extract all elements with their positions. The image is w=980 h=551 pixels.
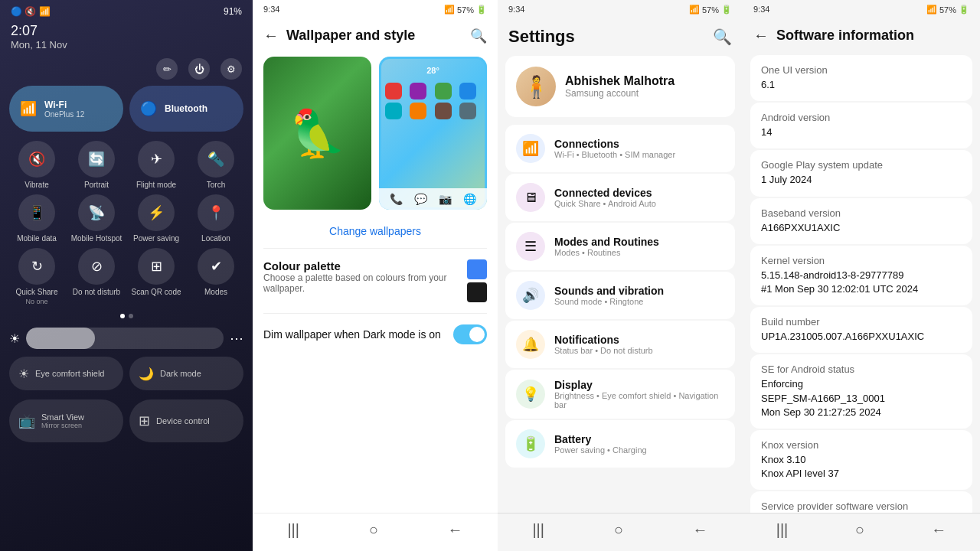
settings-title: Settings: [508, 27, 575, 47]
settings-profile-name: Abhishek Malhotra: [565, 74, 675, 88]
wifi-sub: OnePlus 12: [44, 110, 84, 119]
software-info-panel: 9:34 📶57%🔋 ← Software information One UI…: [743, 0, 980, 551]
wp-search-button[interactable]: 🔍: [470, 28, 487, 44]
wp-back-button[interactable]: ←: [263, 27, 279, 44]
smart-view-tile[interactable]: 📺 Smart View Mirror screen: [9, 399, 123, 442]
wp-header: ← Wallpaper and style 🔍: [253, 15, 498, 57]
wifi-tile[interactable]: 📶 Wi-Fi OnePlus 12: [9, 86, 123, 132]
wp-preview-bird[interactable]: 🦜: [263, 57, 371, 210]
sw-label-se-android: SE for Android status: [761, 364, 962, 375]
qs-main-tiles: 📶 Wi-Fi OnePlus 12 🔵 Bluetooth: [0, 86, 253, 138]
brightness-more-icon[interactable]: ⋯: [230, 330, 243, 347]
dim-toggle[interactable]: [453, 324, 487, 344]
sw-label-one-ui: One UI version: [761, 64, 962, 76]
scan-qr-tile[interactable]: ⊞ Scan QR code: [129, 248, 184, 306]
display-sub: Brightness • Eye comfort shield • Naviga…: [554, 391, 724, 409]
quick-share-tile[interactable]: ↻ Quick ShareNo one: [9, 248, 64, 306]
wp-status-icons: 📶57%🔋: [444, 5, 487, 15]
dnd-tile[interactable]: ⊘ Do not disturb: [69, 248, 124, 306]
settings-avatar: 🧍: [516, 67, 556, 106]
power-icon[interactable]: ⏻: [188, 58, 210, 80]
mobile-data-icon: 📱: [18, 194, 55, 231]
torch-label: Torch: [207, 181, 225, 190]
wallpaper-panel: 9:34 📶57%🔋 ← Wallpaper and style 🔍 🦜 28°: [253, 0, 498, 551]
settings-status-bar: 9:34 📶57%🔋: [498, 0, 743, 15]
sw-value-android: 14: [761, 126, 962, 139]
modes-routines-icon: ☰: [516, 232, 545, 261]
settings-nav-back[interactable]: ←: [693, 521, 708, 539]
settings-icon[interactable]: ⚙: [220, 58, 242, 80]
settings-profile[interactable]: 🧍 Abhishek Malhotra Samsung account: [505, 56, 735, 117]
edit-icon[interactable]: ✏: [156, 58, 178, 80]
modes-tile[interactable]: ✔ Modes: [188, 248, 243, 306]
eye-comfort-btn[interactable]: ☀ Eye comfort shield: [9, 357, 123, 390]
wp-mini-bottom-bar: 📞💬📷🌐: [379, 188, 487, 210]
sw-item-service-provider: Service provider software version: [750, 491, 972, 513]
portrait-icon: 🔄: [78, 141, 115, 178]
settings-item-display[interactable]: 💡 Display Brightness • Eye comfort shiel…: [505, 370, 735, 419]
settings-nav-home[interactable]: ○: [614, 521, 623, 539]
bluetooth-label: Bluetooth: [165, 103, 207, 114]
modes-label: Modes: [204, 288, 227, 297]
battery-sub: Power saving • Charging: [554, 445, 724, 455]
notifications-sub: Status bar • Do not disturb: [554, 346, 724, 355]
mobile-data-tile[interactable]: 📱 Mobile data: [9, 194, 64, 243]
settings-search-button[interactable]: 🔍: [713, 28, 732, 46]
settings-item-modes[interactable]: ☰ Modes and Routines Modes • Routines: [505, 223, 735, 270]
notifications-title: Notifications: [554, 334, 724, 346]
sw-nav-home[interactable]: ○: [855, 521, 864, 539]
sw-value-baseband: A166PXXU1AXIC: [761, 221, 962, 235]
sw-back-button[interactable]: ←: [753, 27, 769, 44]
power-saving-tile[interactable]: ⚡ Power saving: [129, 194, 184, 243]
hotspot-label: Mobile Hotspot: [71, 234, 122, 243]
bluetooth-tile[interactable]: 🔵 Bluetooth: [129, 86, 243, 132]
wallpaper-previews: 🦜 28° 📞💬📷🌐: [253, 57, 498, 220]
sw-value-one-ui: 6.1: [761, 78, 962, 92]
torch-icon: 🔦: [198, 141, 234, 178]
brightness-fill: [26, 328, 95, 349]
settings-profile-sub: Samsung account: [565, 88, 675, 99]
hotspot-icon: 📡: [78, 194, 115, 231]
sw-nav-back[interactable]: ←: [931, 521, 946, 539]
page-indicators: [0, 309, 253, 323]
flight-tile[interactable]: ✈ Flight mode: [129, 141, 184, 190]
sw-value-se-android: Enforcing SEPF_SM-A166P_13_0001 Mon Sep …: [761, 377, 962, 419]
location-tile[interactable]: 📍 Location: [188, 194, 243, 243]
wp-nav-home[interactable]: ○: [369, 521, 378, 539]
quick-share-label: Quick ShareNo one: [15, 288, 57, 306]
settings-nav-recent[interactable]: |||: [532, 521, 544, 539]
sounds-title: Sounds and vibration: [554, 285, 724, 297]
battery-title: Battery: [554, 433, 724, 445]
qs-time: 2:07: [11, 23, 242, 39]
torch-tile[interactable]: 🔦 Torch: [188, 141, 243, 190]
qs-action-icons: ✏ ⏻ ⚙: [0, 58, 253, 86]
settings-item-notifications[interactable]: 🔔 Notifications Status bar • Do not dist…: [505, 321, 735, 368]
device-control-tile[interactable]: ⊞ Device control: [129, 399, 243, 442]
settings-item-connections[interactable]: 📶 Connections Wi-Fi • Bluetooth • SIM ma…: [505, 125, 735, 172]
wp-status-bar: 9:34 📶57%🔋: [253, 0, 498, 15]
dark-mode-btn[interactable]: 🌙 Dark mode: [129, 357, 243, 390]
software-info-list: One UI version 6.1 Android version 14 Go…: [743, 49, 980, 513]
brightness-slider[interactable]: [26, 328, 224, 349]
palette-swatches[interactable]: [467, 259, 487, 302]
sw-nav-recent[interactable]: |||: [776, 521, 789, 539]
hotspot-tile[interactable]: 📡 Mobile Hotspot: [69, 194, 124, 243]
wp-nav-back[interactable]: ←: [448, 521, 463, 539]
sw-item-kernel: Kernel version 5.15.148-android13-8-2977…: [750, 246, 972, 305]
wp-preview-phone[interactable]: 28° 📞💬📷🌐: [379, 57, 487, 210]
wp-nav-recent[interactable]: |||: [287, 521, 299, 539]
bluetooth-icon: 🔵: [140, 100, 157, 117]
settings-item-battery[interactable]: 🔋 Battery Power saving • Charging: [505, 420, 735, 468]
portrait-tile[interactable]: 🔄 Portrait: [69, 141, 124, 190]
location-label: Location: [201, 234, 230, 243]
sw-label-knox: Knox version: [761, 439, 962, 451]
dot-2: [129, 314, 133, 318]
settings-item-connected-devices[interactable]: 🖥 Connected devices Quick Share • Androi…: [505, 174, 735, 221]
settings-item-sounds[interactable]: 🔊 Sounds and vibration Sound mode • Ring…: [505, 272, 735, 319]
change-wallpapers-button[interactable]: Change wallpapers: [253, 220, 498, 248]
sw-label-build: Build number: [761, 316, 962, 328]
settings-time: 9:34: [508, 5, 524, 15]
sw-item-knox: Knox version Knox 3.10 Knox API level 37: [750, 430, 972, 490]
vibrate-tile[interactable]: 🔇 Vibrate: [9, 141, 64, 190]
swatch-row-1: [467, 259, 487, 279]
